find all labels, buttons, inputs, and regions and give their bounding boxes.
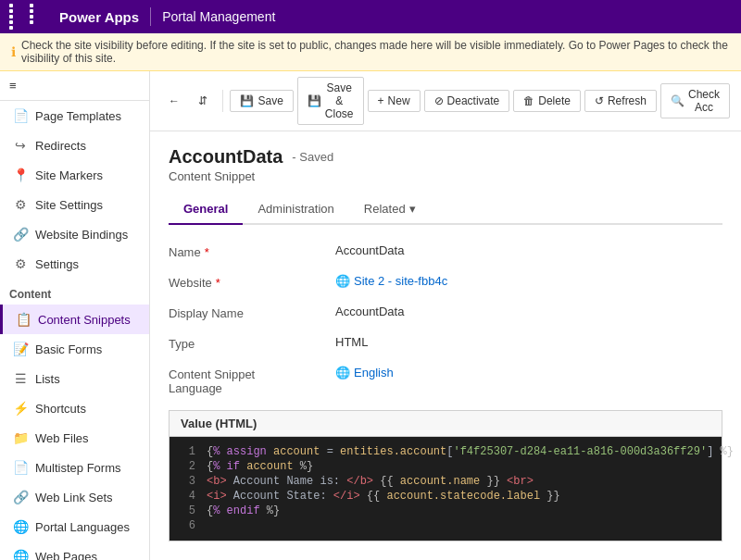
sidebar-header[interactable]: ≡ bbox=[0, 71, 149, 101]
sidebar-item-label: Shortcuts bbox=[35, 402, 86, 416]
tab-general-label: General bbox=[183, 202, 228, 216]
code-line-5: 5 {% endif %} bbox=[170, 504, 722, 518]
form-area: AccountData - Saved Content Snippet Gene… bbox=[150, 131, 741, 560]
sidebar-item-portal-languages[interactable]: 🌐 Portal Languages bbox=[0, 512, 149, 541]
required-star-website: * bbox=[216, 276, 220, 290]
required-star-name: * bbox=[205, 245, 209, 259]
web-pages-icon: 🌐 bbox=[13, 549, 28, 560]
form-fields: Name* AccountData Website* 🌐 Site 2 - si… bbox=[169, 243, 722, 395]
line-num-3: 3 bbox=[170, 475, 207, 488]
delete-button[interactable]: 🗑 Delete bbox=[513, 90, 581, 112]
chevron-down-icon: ▾ bbox=[409, 202, 416, 216]
website-link-text: Site 2 - site-fbb4c bbox=[354, 274, 447, 288]
back-button[interactable]: ← bbox=[161, 91, 187, 111]
sidebar-item-shortcuts[interactable]: ⚡ Shortcuts bbox=[0, 393, 149, 423]
sidebar-item-label: Settings bbox=[35, 257, 79, 271]
code-header: Value (HTML) bbox=[170, 411, 722, 437]
web-link-sets-icon: 🔗 bbox=[13, 490, 28, 504]
forward-icon: ⇵ bbox=[198, 94, 207, 107]
refresh-button[interactable]: ↺ Refresh bbox=[584, 90, 657, 112]
sidebar-item-label: Lists bbox=[35, 372, 60, 386]
code-line-3: 3 <b> Account Name is: </b> {{ account.n… bbox=[170, 474, 722, 489]
check-acc-button[interactable]: 🔍 Check Acc bbox=[660, 83, 730, 118]
sidebar-item-label: Basic Forms bbox=[35, 342, 102, 356]
field-label-type: Type bbox=[169, 335, 335, 351]
tab-related[interactable]: Related ▾ bbox=[349, 194, 431, 225]
deactivate-button[interactable]: ⊘ Deactivate bbox=[424, 90, 510, 112]
basic-forms-icon: 📝 bbox=[13, 342, 28, 356]
record-status: - Saved bbox=[292, 150, 333, 164]
language-link[interactable]: 🌐 English bbox=[335, 366, 722, 380]
content-section-title: Content bbox=[0, 279, 149, 305]
line-num-2: 2 bbox=[170, 460, 207, 473]
line-content-2: {% if account %} bbox=[207, 460, 722, 473]
content-area: ← ⇵ 💾 Save 💾 Save & Close + New ⊘ Deacti… bbox=[150, 71, 741, 560]
warning-bar: ℹ Check the site visibility before editi… bbox=[0, 33, 741, 71]
sidebar-item-basic-forms[interactable]: 📝 Basic Forms bbox=[0, 334, 149, 364]
language-link-text: English bbox=[354, 366, 394, 380]
portal-name: Portal Management bbox=[162, 9, 275, 24]
record-title: AccountData - Saved bbox=[169, 146, 722, 168]
tab-administration-label: Administration bbox=[257, 202, 333, 216]
sidebar-item-label: Site Markers bbox=[35, 168, 103, 182]
check-acc-icon: 🔍 bbox=[671, 94, 684, 107]
warning-icon: ℹ bbox=[11, 44, 16, 59]
app-grid-icon[interactable] bbox=[9, 4, 48, 30]
save-close-label: Save & Close bbox=[325, 81, 354, 120]
field-value-display-name: AccountData bbox=[335, 305, 722, 320]
sidebar-item-content-snippets[interactable]: 📋 Content Snippets bbox=[0, 305, 149, 334]
deactivate-label: Deactivate bbox=[447, 94, 500, 107]
sidebar-item-site-markers[interactable]: 📍 Site Markers bbox=[0, 160, 149, 190]
site-markers-icon: 📍 bbox=[13, 168, 28, 182]
hamburger-icon: ≡ bbox=[9, 79, 17, 93]
line-content-3: <b> Account Name is: </b> {{ account.nam… bbox=[207, 475, 722, 488]
new-button[interactable]: + New bbox=[368, 90, 421, 112]
sidebar-item-web-pages[interactable]: 🌐 Web Pages bbox=[0, 541, 149, 560]
tab-administration[interactable]: Administration bbox=[243, 194, 348, 225]
shortcuts-icon: ⚡ bbox=[13, 401, 28, 416]
sidebar-item-website-bindings[interactable]: 🔗 Website Bindings bbox=[0, 219, 149, 249]
refresh-icon: ↺ bbox=[595, 94, 604, 107]
forward-button[interactable]: ⇵ bbox=[191, 91, 215, 111]
sidebar-item-label: Redirects bbox=[35, 139, 86, 153]
save-close-button[interactable]: 💾 Save & Close bbox=[297, 77, 364, 125]
app-name: Power Apps bbox=[59, 9, 139, 25]
sidebar-item-label: Site Settings bbox=[35, 198, 103, 212]
sidebar-item-web-files[interactable]: 📁 Web Files bbox=[0, 423, 149, 453]
sidebar-item-label: Web Pages bbox=[35, 550, 97, 561]
sidebar-item-settings[interactable]: ⚙ Settings bbox=[0, 249, 149, 279]
save-button[interactable]: 💾 Save bbox=[230, 90, 293, 112]
code-body[interactable]: 1 {% assign account = entities.account['… bbox=[170, 437, 722, 541]
main-layout: ≡ 📄 Page Templates ↪ Redirects 📍 Site Ma… bbox=[0, 71, 741, 560]
toolbar: ← ⇵ 💾 Save 💾 Save & Close + New ⊘ Deacti… bbox=[150, 71, 741, 131]
field-label-website: Website* bbox=[169, 274, 335, 290]
line-content-6 bbox=[207, 519, 722, 532]
check-acc-label: Check Acc bbox=[688, 88, 720, 114]
sidebar-item-lists[interactable]: ☰ Lists bbox=[0, 364, 149, 393]
sidebar-item-web-link-sets[interactable]: 🔗 Web Link Sets bbox=[0, 482, 149, 512]
sidebar-item-label: Web Files bbox=[35, 431, 89, 445]
sidebar-item-multistep-forms[interactable]: 📄 Multistep Forms bbox=[0, 453, 149, 482]
portal-languages-icon: 🌐 bbox=[13, 519, 28, 534]
deactivate-icon: ⊘ bbox=[434, 94, 444, 107]
code-line-1: 1 {% assign account = entities.account['… bbox=[170, 444, 722, 459]
field-value-name: AccountData bbox=[335, 243, 722, 259]
line-num-4: 4 bbox=[170, 490, 207, 503]
field-value-snippet-language: 🌐 English bbox=[335, 366, 722, 395]
record-name: AccountData bbox=[169, 146, 283, 168]
website-link[interactable]: 🌐 Site 2 - site-fbb4c bbox=[335, 274, 722, 288]
sidebar-item-page-templates[interactable]: 📄 Page Templates bbox=[0, 101, 149, 131]
sidebar-item-label: Portal Languages bbox=[35, 520, 130, 534]
delete-label: Delete bbox=[538, 94, 571, 107]
field-label-snippet-language: Content Snippet Language bbox=[169, 366, 335, 395]
sidebar-item-site-settings[interactable]: ⚙ Site Settings bbox=[0, 190, 149, 219]
sidebar-item-label: Multistep Forms bbox=[35, 461, 120, 475]
sidebar-item-label: Website Bindings bbox=[35, 228, 128, 242]
warning-text: Check the site visibility before editing… bbox=[21, 39, 730, 65]
new-label: New bbox=[388, 94, 410, 107]
site-settings-icon: ⚙ bbox=[13, 197, 28, 212]
code-line-4: 4 <i> Account State: </i> {{ account.sta… bbox=[170, 489, 722, 504]
sidebar-item-redirects[interactable]: ↪ Redirects bbox=[0, 131, 149, 160]
tab-general[interactable]: General bbox=[169, 194, 243, 225]
settings-icon: ⚙ bbox=[13, 256, 28, 271]
